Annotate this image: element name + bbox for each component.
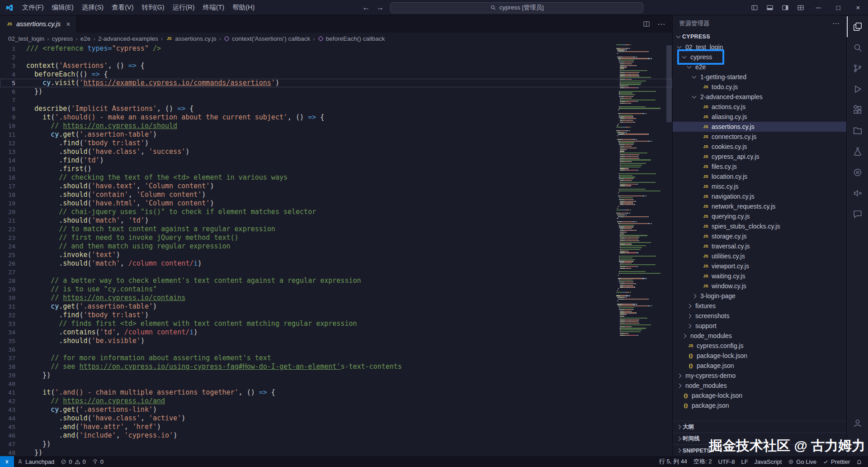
breadcrumb-item[interactable]: context('Assertions') callback bbox=[224, 35, 310, 42]
language-mode[interactable]: JavaScript bbox=[751, 456, 785, 467]
tree-item-storage.cy.js[interactable]: JSstorage.cy.js bbox=[673, 231, 846, 241]
launchpad-item[interactable]: Launchpad bbox=[14, 456, 57, 467]
toggle-secondary-sidebar-icon[interactable] bbox=[778, 0, 793, 15]
customize-layout-icon[interactable] bbox=[793, 0, 808, 15]
tree-item-spies_stubs_clocks.cy.js[interactable]: JSspies_stubs_clocks.cy.js bbox=[673, 221, 846, 231]
code-line[interactable]: 39 }) bbox=[0, 371, 672, 380]
toggle-sidebar-icon[interactable] bbox=[747, 0, 762, 15]
code-line[interactable]: 12 .find('tbody tr:last') bbox=[0, 139, 672, 148]
tree-item-cookies.cy.js[interactable]: JScookies.cy.js bbox=[673, 142, 846, 152]
close-button[interactable]: × bbox=[848, 0, 868, 15]
menu-帮助(H)[interactable]: 帮助(H) bbox=[228, 0, 259, 15]
breadcrumb-item[interactable]: JSassertions.cy.js bbox=[165, 35, 216, 42]
comment-icon[interactable] bbox=[847, 204, 868, 224]
code-line[interactable]: 16 // checking the text of the <td> elem… bbox=[0, 173, 672, 182]
command-center-search[interactable]: cypress [管理员] bbox=[390, 2, 643, 13]
tree-item-package.json[interactable]: {}package.json bbox=[673, 361, 846, 371]
close-tab-icon[interactable]: × bbox=[66, 20, 71, 28]
cursor-position[interactable]: 行 5, 列 44 bbox=[656, 456, 690, 467]
tree-item-todo.cy.js[interactable]: JStodo.cy.js bbox=[673, 82, 846, 92]
code-line[interactable]: 20 // chai-jquery uses "is()" to check i… bbox=[0, 208, 672, 216]
code-line[interactable]: 42 // https://on.cypress.io/and bbox=[0, 397, 672, 405]
run-debug-icon[interactable] bbox=[847, 79, 868, 100]
code-line[interactable]: 2 bbox=[0, 53, 672, 62]
code-line[interactable]: 30 // https://on.cypress.io/contains bbox=[0, 294, 672, 302]
tree-item-screenshots[interactable]: screenshots bbox=[673, 311, 846, 321]
code-editor[interactable]: 1/// <reference types="cypress" />23cont… bbox=[0, 44, 672, 456]
code-line[interactable]: 4 beforeEach(() => { bbox=[0, 70, 672, 79]
remote-indicator[interactable] bbox=[0, 456, 14, 467]
code-line[interactable]: 21 .should('match', 'td') bbox=[0, 216, 672, 225]
tree-item-querying.cy.js[interactable]: JSquerying.cy.js bbox=[673, 211, 846, 221]
maximize-button[interactable]: □ bbox=[828, 0, 848, 15]
tree-item-utilities.cy.js[interactable]: JSutilities.cy.js bbox=[673, 251, 846, 261]
code-line[interactable]: 38 // see https://on.cypress.io/using-cy… bbox=[0, 362, 672, 371]
tree-item-cypress.config.js[interactable]: JScypress.config.js bbox=[673, 341, 846, 351]
go-live-item[interactable]: Go Live bbox=[785, 456, 820, 467]
tree-item-2-advanced-examples[interactable]: 2-advanced-examples bbox=[673, 92, 846, 102]
menu-编辑(E)[interactable]: 编辑(E) bbox=[48, 0, 78, 15]
menu-查看(V)[interactable]: 查看(V) bbox=[108, 0, 137, 15]
code-line[interactable]: 27 bbox=[0, 268, 672, 276]
indentation[interactable]: 空格: 2 bbox=[690, 456, 715, 467]
eol[interactable]: LF bbox=[738, 456, 751, 467]
code-line[interactable]: 7 bbox=[0, 96, 672, 105]
tree-item-viewport.cy.js[interactable]: JSviewport.cy.js bbox=[673, 261, 846, 271]
tree-item-node_modules[interactable]: node_modules bbox=[673, 381, 846, 391]
code-line[interactable]: 3context('Assertions', () => { bbox=[0, 62, 672, 70]
scrollbar-thumb[interactable] bbox=[666, 45, 672, 122]
code-line[interactable]: 26 .should('match', /column content/i) bbox=[0, 259, 672, 268]
menu-文件(F)[interactable]: 文件(F) bbox=[18, 0, 48, 15]
test-icon[interactable] bbox=[847, 141, 868, 162]
code-line[interactable]: 14 .find('td') bbox=[0, 156, 672, 165]
code-line[interactable]: 35 .should('be.visible') bbox=[0, 337, 672, 345]
code-line[interactable]: 22 // to match text content against a re… bbox=[0, 225, 672, 234]
editor-scrollbar[interactable] bbox=[666, 44, 672, 456]
search-icon[interactable] bbox=[847, 37, 868, 58]
tree-item-navigation.cy.js[interactable]: JSnavigation.cy.js bbox=[673, 191, 846, 201]
tree-item-1-getting-started[interactable]: 1-getting-started bbox=[673, 72, 846, 82]
code-line[interactable]: 37 // for more information about asserti… bbox=[0, 354, 672, 362]
code-line[interactable]: 33 // finds first <td> element with text… bbox=[0, 319, 672, 328]
code-line[interactable]: 17 .should('have.text', 'Column content'… bbox=[0, 182, 672, 191]
source-control-icon[interactable] bbox=[847, 58, 868, 79]
tree-item-3-login-page[interactable]: 3-login-page bbox=[673, 291, 846, 301]
code-line[interactable]: 46 .and('include', 'cypress.io') bbox=[0, 431, 672, 440]
extensions-icon[interactable] bbox=[847, 100, 868, 120]
tree-item-cypress[interactable]: cypress bbox=[673, 52, 846, 62]
panel-outline[interactable]: 大纲 bbox=[673, 421, 846, 433]
code-line[interactable]: 23 // first need to invoke jQuery method… bbox=[0, 234, 672, 242]
code-line[interactable]: 48 }) bbox=[0, 448, 672, 456]
code-line[interactable]: 1/// <reference types="cypress" /> bbox=[0, 44, 672, 53]
tree-item-aliasing.cy.js[interactable]: JSaliasing.cy.js bbox=[673, 112, 846, 122]
code-line[interactable]: 32 .find('tbody tr:last') bbox=[0, 311, 672, 319]
breadcrumb-item[interactable]: cypress bbox=[52, 35, 73, 42]
code-line[interactable]: 19 .should('have.html', 'Column content'… bbox=[0, 199, 672, 208]
tree-item-window.cy.js[interactable]: JSwindow.cy.js bbox=[673, 281, 846, 291]
encoding[interactable]: UTF-8 bbox=[715, 456, 738, 467]
menu-运行(R)[interactable]: 运行(R) bbox=[168, 0, 198, 15]
code-line[interactable]: 15 .first() bbox=[0, 165, 672, 173]
tree-item-cypress_api.cy.js[interactable]: JScypress_api.cy.js bbox=[673, 152, 846, 162]
code-line[interactable]: 36 bbox=[0, 345, 672, 354]
editor-more-actions-icon[interactable]: ⋯ bbox=[657, 19, 665, 29]
tree-item-connectors.cy.js[interactable]: JSconnectors.cy.js bbox=[673, 132, 846, 142]
code-line[interactable]: 8 describe('Implicit Assertions', () => … bbox=[0, 105, 672, 113]
code-line[interactable]: 13 .should('have.class', 'success') bbox=[0, 148, 672, 156]
explorer-more-actions-icon[interactable]: ⋯ bbox=[832, 19, 840, 28]
notifications-bell-icon[interactable] bbox=[853, 456, 865, 467]
menu-终端(T)[interactable]: 终端(T) bbox=[199, 0, 229, 15]
tree-item-package-lock.json[interactable]: {}package-lock.json bbox=[673, 351, 846, 361]
tree-item-files.cy.js[interactable]: JSfiles.cy.js bbox=[673, 162, 846, 172]
code-line[interactable]: 24 // and then match using regular expre… bbox=[0, 242, 672, 251]
tree-item-02_test_login[interactable]: 02_test_login bbox=[673, 42, 846, 52]
section-header-cypress[interactable]: CYPRESS bbox=[673, 31, 846, 42]
tree-item-fixtures[interactable]: fixtures bbox=[673, 301, 846, 311]
code-line[interactable]: 43 cy.get('.assertions-link') bbox=[0, 405, 672, 414]
tree-item-network_requests.cy.js[interactable]: JSnetwork_requests.cy.js bbox=[673, 201, 846, 211]
tree-item-actions.cy.js[interactable]: JSactions.cy.js bbox=[673, 102, 846, 112]
tree-item-waiting.cy.js[interactable]: JSwaiting.cy.js bbox=[673, 271, 846, 281]
minimize-button[interactable]: ─ bbox=[808, 0, 828, 15]
history-forward-icon[interactable]: → bbox=[376, 3, 384, 12]
menu-转到(G)[interactable]: 转到(G) bbox=[138, 0, 169, 15]
